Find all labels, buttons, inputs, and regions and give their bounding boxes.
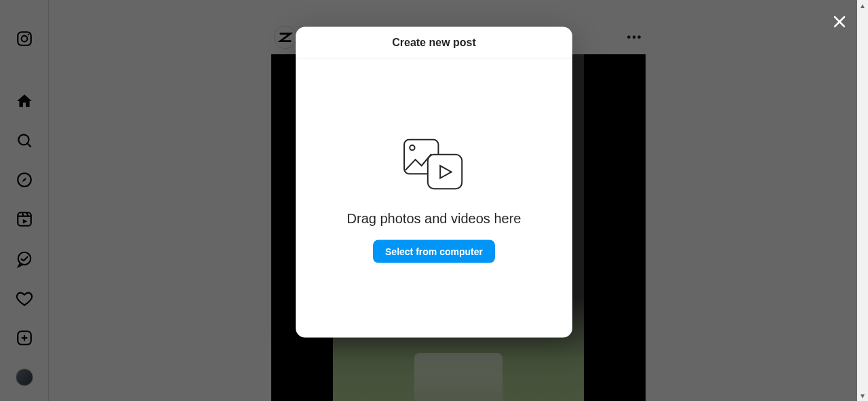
modal-overlay[interactable]: Create new post Drag photos and videos h… (0, 0, 868, 401)
modal-title: Create new post (296, 26, 572, 58)
select-from-computer-button[interactable]: Select from computer (373, 240, 495, 263)
scrollbar[interactable]: ▲ ▼ (857, 0, 868, 401)
svg-point-19 (410, 145, 414, 150)
svg-rect-20 (428, 154, 462, 188)
close-icon[interactable] (826, 8, 853, 35)
drag-instruction-text: Drag photos and videos here (347, 210, 521, 226)
scroll-up-icon[interactable]: ▲ (857, 0, 868, 11)
media-upload-icon (397, 133, 471, 197)
scroll-down-icon[interactable]: ▼ (857, 390, 868, 401)
create-post-modal: Create new post Drag photos and videos h… (296, 26, 572, 337)
modal-body[interactable]: Drag photos and videos here Select from … (296, 58, 572, 337)
